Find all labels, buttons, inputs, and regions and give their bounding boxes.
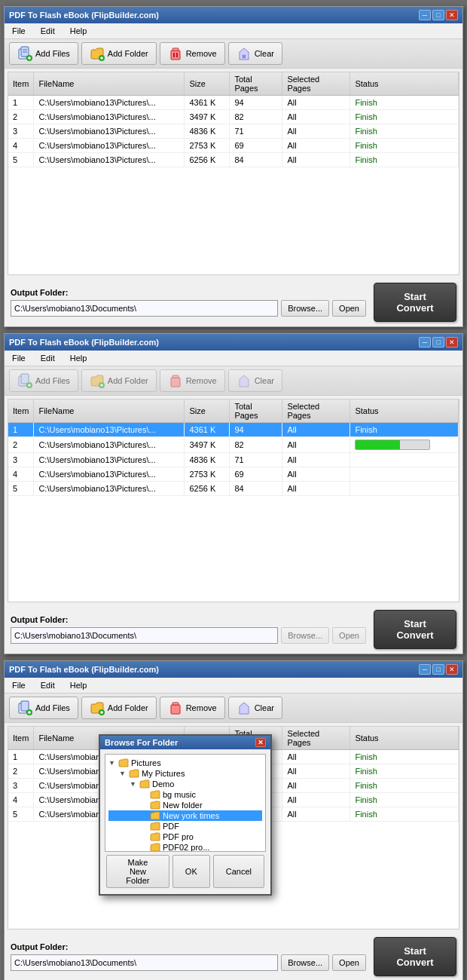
dialog-ok-btn[interactable]: OK — [172, 855, 210, 888]
add-files-btn-2[interactable]: Add Files — [9, 369, 78, 392]
output-path-3[interactable] — [11, 954, 278, 971]
table-row[interactable]: 3 C:\Users\mobiano13\Pictures\... 4836 K… — [8, 124, 459, 139]
window-1: PDF To Flash eBook (FlipBuilder.com) ─ □… — [4, 6, 463, 327]
tree-node-newyorktimes[interactable]: New york times — [108, 810, 262, 821]
table-row[interactable]: 1 C:\Users\mobiano13\Pictures\... 4361 K… — [8, 96, 459, 110]
cell-status: Finish — [350, 153, 459, 167]
minimize-btn-3[interactable]: ─ — [419, 664, 431, 675]
remove-btn-3[interactable]: Remove — [160, 697, 225, 719]
menu-bar-2: File Edit Help — [5, 351, 462, 366]
menu-help-3[interactable]: Help — [66, 679, 92, 691]
browse-btn-1[interactable]: Browse... — [281, 300, 329, 317]
tree-node-demo[interactable]: ▼ Demo — [108, 779, 262, 789]
cell-status: Finish — [350, 96, 459, 110]
table-row[interactable]: 1 C:\Users\mobiano13\Pictures\... 4361 K… — [8, 423, 459, 437]
open-btn-1[interactable]: Open — [332, 300, 366, 317]
add-files-btn-3[interactable]: Add Files — [9, 697, 78, 719]
clear-btn-3[interactable]: Clear — [228, 697, 282, 719]
col-selectedpages-1: Selected Pages — [282, 72, 350, 96]
menu-file-3[interactable]: File — [8, 679, 30, 691]
cell-selectedpages: All — [282, 750, 350, 764]
start-convert-btn-1[interactable]: Start Convert — [374, 283, 456, 322]
add-folder-btn-3[interactable]: Add Folder — [81, 697, 157, 719]
cell-filename: C:\Users\mobiano13\Pictures\... — [34, 467, 185, 482]
col-totalpages-h2: Total Pages — [230, 400, 282, 423]
output-section-1: Output Folder: Browse... Open — [11, 288, 366, 317]
browse-btn-2[interactable]: Browse... — [281, 627, 329, 644]
maximize-btn-2[interactable]: □ — [432, 337, 444, 348]
output-path-2[interactable] — [11, 627, 278, 644]
tree-node-bgmusic[interactable]: bg music — [108, 789, 262, 800]
folder-tree[interactable]: ▼ Pictures ▼ My Pictures ▼ Demo — [105, 754, 266, 852]
table-row[interactable]: 4 C:\Users\mobiano13\Pictures\... 2753 K… — [8, 467, 459, 482]
add-folder-btn-2[interactable]: Add Folder — [81, 369, 157, 392]
remove-btn-2[interactable]: Remove — [160, 369, 225, 392]
dialog-close-btn[interactable]: ✕ — [255, 738, 266, 747]
browse-btn-3[interactable]: Browse... — [281, 954, 329, 971]
clear-label-3: Clear — [255, 703, 274, 712]
close-btn-1[interactable]: ✕ — [446, 10, 458, 20]
minimize-btn-2[interactable]: ─ — [419, 337, 431, 348]
menu-edit-2[interactable]: Edit — [36, 352, 60, 364]
add-files-icon-3 — [17, 700, 32, 715]
cell-selectedpages: All — [282, 453, 350, 467]
open-btn-3[interactable]: Open — [332, 954, 366, 971]
dialog-cancel-btn[interactable]: Cancel — [213, 855, 264, 888]
cell-totalpages: 69 — [230, 467, 282, 482]
clear-label-2: Clear — [255, 376, 274, 385]
table-row[interactable]: 2 C:\Users\mobiano13\Pictures\... 3497 K… — [8, 437, 459, 453]
menu-help-2[interactable]: Help — [66, 352, 92, 364]
clear-btn-2[interactable]: Clear — [228, 369, 282, 392]
window-2: PDF To Flash eBook (FlipBuilder.com) ─ □… — [4, 333, 463, 654]
tree-node-pictures[interactable]: ▼ Pictures — [108, 758, 262, 768]
start-convert-btn-3[interactable]: Start Convert — [374, 937, 456, 976]
menu-file-1[interactable]: File — [8, 25, 30, 37]
cell-filename: C:\Users\mobiano13\Pictures\... — [34, 153, 185, 167]
svg-rect-26 — [172, 375, 179, 378]
output-row-1: Browse... Open — [11, 300, 366, 317]
table-row[interactable]: 2 C:\Users\mobiano13\Pictures\... 3497 K… — [8, 110, 459, 124]
add-folder-icon-1 — [90, 46, 105, 61]
close-btn-2[interactable]: ✕ — [446, 337, 458, 348]
title-bar-2: PDF To Flash eBook (FlipBuilder.com) ─ □… — [5, 334, 462, 351]
tree-node-newfolder[interactable]: New folder — [108, 800, 262, 810]
table-row[interactable]: 5 C:\Users\mobiano13\Pictures\... 6256 K… — [8, 482, 459, 496]
maximize-btn-3[interactable]: □ — [432, 664, 444, 675]
add-folder-label-2: Add Folder — [108, 376, 148, 385]
cell-status: Finish — [350, 793, 459, 807]
maximize-btn-1[interactable]: □ — [432, 10, 444, 20]
tree-expand-pictures: ▼ — [108, 759, 116, 767]
open-btn-2[interactable]: Open — [332, 627, 366, 644]
tree-label-demo: Demo — [152, 779, 174, 789]
progress-bar — [355, 439, 430, 450]
cell-item: 2 — [8, 764, 34, 779]
remove-btn-1[interactable]: Remove — [160, 42, 225, 65]
menu-edit-3[interactable]: Edit — [36, 679, 60, 691]
menu-edit-1[interactable]: Edit — [36, 25, 60, 37]
make-new-folder-btn[interactable]: Make New Folder — [106, 855, 169, 888]
cell-filename: C:\Users\mobiano13\Pictures\... — [34, 453, 185, 467]
tree-node-pdf[interactable]: PDF — [108, 821, 262, 831]
add-folder-btn-1[interactable]: Add Folder — [81, 42, 157, 65]
window-controls-1: ─ □ ✕ — [419, 10, 458, 20]
add-files-icon-1 — [17, 46, 32, 61]
menu-help-1[interactable]: Help — [66, 25, 92, 37]
clear-btn-1[interactable]: Clear — [228, 42, 282, 65]
tree-node-pdfpro[interactable]: PDF pro — [108, 831, 262, 842]
table-row[interactable]: 5 C:\Users\mobiano13\Pictures\... 6256 K… — [8, 153, 459, 167]
start-convert-btn-2[interactable]: Start Convert — [374, 610, 456, 649]
table-row[interactable]: 4 C:\Users\mobiano13\Pictures\... 2753 K… — [8, 139, 459, 153]
table-row[interactable]: 3 C:\Users\mobiano13\Pictures\... 4836 K… — [8, 453, 459, 467]
close-btn-3[interactable]: ✕ — [446, 664, 458, 675]
minimize-btn-1[interactable]: ─ — [419, 10, 431, 20]
tree-label-pdf: PDF — [163, 822, 179, 831]
menu-file-2[interactable]: File — [8, 352, 30, 364]
add-folder-icon-2 — [90, 373, 105, 388]
output-path-1[interactable] — [11, 300, 278, 317]
add-files-btn-1[interactable]: Add Files — [9, 42, 78, 65]
dialog-buttons: Make New Folder OK Cancel — [105, 852, 266, 890]
svg-rect-29 — [21, 701, 29, 711]
tree-node-pdf02pro[interactable]: PDF02 pro... — [108, 842, 262, 852]
tree-node-mypictures[interactable]: ▼ My Pictures — [108, 768, 262, 779]
toolbar-1: Add Files Add Folder Remove Clear — [5, 39, 462, 69]
